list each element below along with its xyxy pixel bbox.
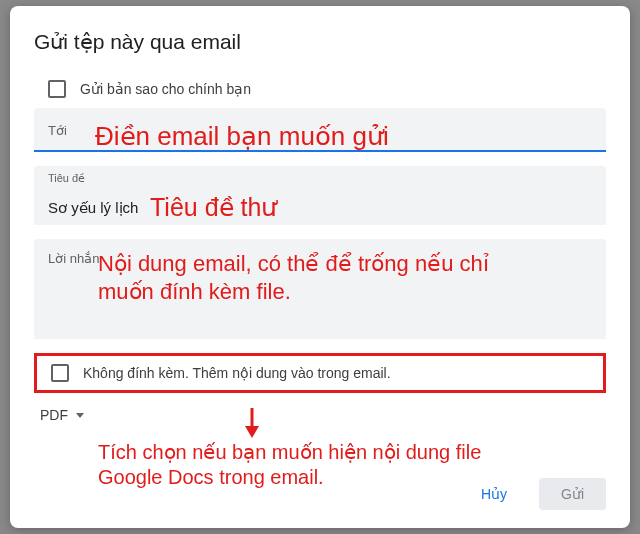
chevron-down-icon (76, 413, 84, 418)
format-label: PDF (40, 407, 68, 423)
to-field[interactable]: Tới (34, 108, 606, 152)
no-attach-checkbox[interactable] (51, 364, 69, 382)
send-copy-checkbox[interactable] (48, 80, 66, 98)
send-button[interactable]: Gửi (539, 478, 606, 510)
to-label: Tới (48, 123, 67, 138)
no-attach-row: Không đính kèm. Thêm nội dung vào trong … (34, 353, 606, 393)
subject-label: Tiêu đề (48, 172, 85, 185)
send-copy-label: Gửi bản sao cho chính bạn (80, 81, 251, 97)
subject-field[interactable]: Tiêu đề Sơ yếu lý lịch (34, 166, 606, 225)
subject-value: Sơ yếu lý lịch (48, 199, 138, 217)
email-dialog: Gửi tệp này qua email Gửi bản sao cho ch… (10, 6, 630, 528)
message-label: Lời nhắn (48, 251, 99, 266)
cancel-button[interactable]: Hủy (459, 478, 529, 510)
format-dropdown[interactable]: PDF (34, 403, 606, 427)
dialog-title: Gửi tệp này qua email (34, 30, 606, 54)
dialog-actions: Hủy Gửi (34, 478, 606, 510)
message-field[interactable]: Lời nhắn (34, 239, 606, 339)
send-copy-row: Gửi bản sao cho chính bạn (34, 74, 606, 108)
no-attach-label: Không đính kèm. Thêm nội dung vào trong … (83, 365, 391, 381)
